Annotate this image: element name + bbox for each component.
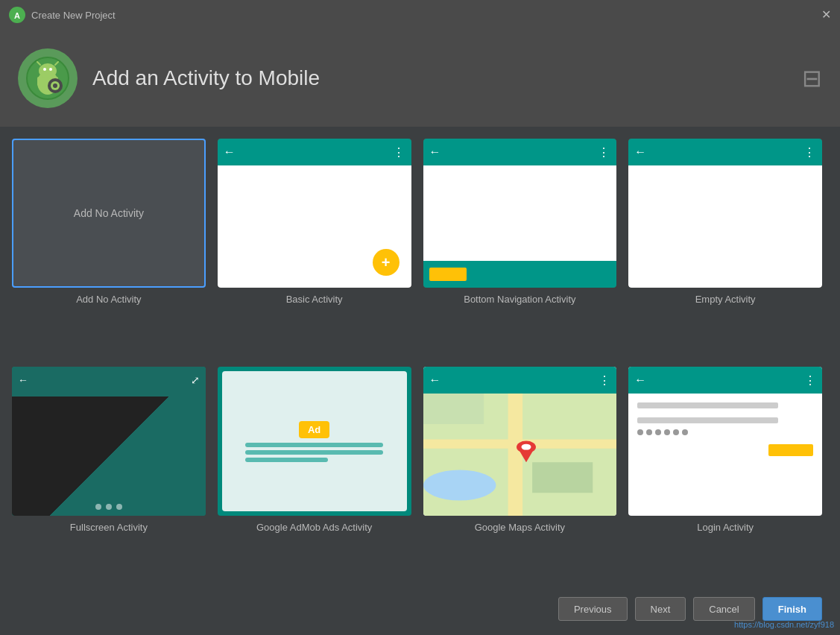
svg-rect-21	[423, 394, 484, 424]
basic-fab: +	[373, 249, 400, 276]
maps-phone: ← ⋮	[423, 367, 617, 516]
header-logo	[18, 48, 78, 108]
admob-content: Ad	[222, 371, 407, 511]
svg-rect-18	[508, 394, 522, 516]
finish-button[interactable]: Finish	[762, 597, 822, 621]
basic-arrow-icon: ←	[224, 145, 236, 159]
login-field-2	[637, 417, 778, 423]
android-studio-icon	[25, 56, 70, 101]
watermark: https://blog.csdn.net/zyf918	[734, 620, 834, 629]
footer: Previous Next Cancel Finish https://blog…	[0, 583, 840, 635]
login-body	[628, 394, 822, 516]
login-dot-5	[673, 429, 679, 435]
next-button[interactable]: Next	[635, 597, 686, 621]
fullscreen-triangle	[12, 397, 206, 516]
activity-card-bottom-nav[interactable]: ← ⋮ Bottom Navigation Activity	[423, 139, 617, 355]
empty-phone-mockup: ← ⋮	[628, 139, 822, 288]
svg-text:A: A	[14, 11, 20, 20]
login-submit-btn	[768, 444, 813, 456]
activity-grid: Add No Activity Add No Activity ← ⋮ + Ba…	[12, 139, 828, 583]
activity-card-admob[interactable]: Ad Google AdMob Ads Activity	[218, 367, 411, 583]
login-dot-4	[664, 429, 670, 435]
svg-point-15	[53, 83, 57, 88]
maps-label: Google Maps Activity	[475, 522, 565, 533]
bottom-nav-dots-icon: ⋮	[598, 145, 610, 159]
fullscreen-dots	[95, 504, 122, 510]
maps-body	[423, 394, 617, 516]
basic-phone-mockup: ← ⋮ +	[218, 139, 411, 288]
empty-phone-body	[628, 165, 822, 288]
basic-toolbar: ← ⋮	[218, 139, 411, 165]
admob-phone: Ad	[218, 367, 411, 516]
title-bar-left: A Create New Project	[9, 7, 116, 23]
fullscreen-dot-2	[106, 504, 112, 510]
fullscreen-label: Fullscreen Activity	[70, 522, 148, 533]
activity-card-login[interactable]: ← ⋮	[628, 367, 822, 583]
title-bar: A Create New Project ✕	[0, 0, 840, 30]
svg-rect-4	[37, 77, 40, 86]
maps-arrow-icon: ←	[429, 373, 441, 387]
page-title: Add an Activity to Mobile	[92, 66, 320, 90]
admob-line-2	[245, 450, 383, 455]
activity-card-fullscreen[interactable]: ← ⤢ Fullscreen Activity	[12, 367, 206, 583]
login-dot-1	[637, 429, 643, 435]
previous-button[interactable]: Previous	[558, 597, 628, 621]
ad-badge: Ad	[299, 421, 329, 438]
login-dot-2	[646, 429, 652, 435]
empty-toolbar: ← ⋮	[628, 139, 822, 165]
fullscreen-phone: ← ⤢	[12, 367, 206, 516]
bottom-nav-phone-mockup: ← ⋮	[423, 139, 617, 288]
no-activity-card-label: Add No Activity	[76, 294, 141, 305]
basic-activity-label: Basic Activity	[286, 294, 343, 305]
login-preview: ← ⋮	[628, 367, 822, 516]
empty-arrow-icon: ←	[634, 145, 646, 159]
window-title: Create New Project	[31, 10, 116, 21]
maps-toolbar: ← ⋮	[423, 367, 617, 394]
bottom-nav-bar	[423, 261, 617, 288]
activity-card-maps[interactable]: ← ⋮	[423, 367, 617, 583]
svg-point-9	[43, 68, 46, 71]
admob-preview: Ad	[218, 367, 411, 516]
header: Add an Activity to Mobile ⊟	[0, 30, 840, 127]
login-dots-icon: ⋮	[804, 373, 816, 388]
login-phone: ← ⋮	[628, 367, 822, 516]
bottom-nav-preview: ← ⋮	[423, 139, 617, 288]
svg-point-10	[49, 68, 52, 71]
login-password-dots	[637, 429, 813, 435]
main-content: Add No Activity Add No Activity ← ⋮ + Ba…	[0, 127, 840, 583]
no-activity-label-inside: Add No Activity	[74, 207, 144, 219]
login-dot-6	[682, 429, 688, 435]
basic-dots-icon: ⋮	[393, 145, 405, 159]
login-dot-3	[655, 429, 661, 435]
svg-rect-20	[532, 462, 593, 493]
empty-activity-label: Empty Activity	[695, 294, 756, 305]
login-toolbar: ← ⋮	[628, 367, 822, 394]
login-arrow-icon: ←	[634, 373, 646, 387]
bottom-nav-tab-1	[429, 268, 467, 281]
fullscreen-dot-1	[95, 504, 101, 510]
svg-point-8	[39, 63, 57, 78]
map-svg	[423, 394, 617, 516]
bottom-nav-label: Bottom Navigation Activity	[464, 294, 575, 305]
svg-point-23	[521, 444, 531, 450]
login-label: Login Activity	[697, 522, 754, 533]
maps-dots-icon: ⋮	[599, 373, 610, 388]
header-icon: ⊟	[802, 64, 822, 92]
admob-lines	[245, 443, 383, 462]
basic-phone-body: +	[218, 165, 411, 288]
activity-card-basic[interactable]: ← ⋮ + Basic Activity	[218, 139, 411, 355]
activity-card-no-activity[interactable]: Add No Activity Add No Activity	[12, 139, 206, 355]
admob-line-1	[245, 443, 383, 447]
admob-line-3	[245, 458, 328, 462]
no-activity-preview: Add No Activity	[12, 139, 206, 288]
maps-preview: ← ⋮	[423, 367, 617, 516]
fullscreen-preview: ← ⤢	[12, 367, 206, 516]
cancel-button[interactable]: Cancel	[693, 597, 754, 621]
close-button[interactable]: ✕	[821, 9, 831, 21]
fullscreen-dot-3	[116, 504, 122, 510]
svg-point-19	[423, 470, 496, 501]
activity-card-empty[interactable]: ← ⋮ Empty Activity	[628, 139, 822, 355]
fullscreen-top: ← ⤢	[12, 367, 206, 394]
android-logo-icon: A	[9, 7, 25, 23]
bottom-nav-arrow-icon: ←	[429, 145, 441, 159]
